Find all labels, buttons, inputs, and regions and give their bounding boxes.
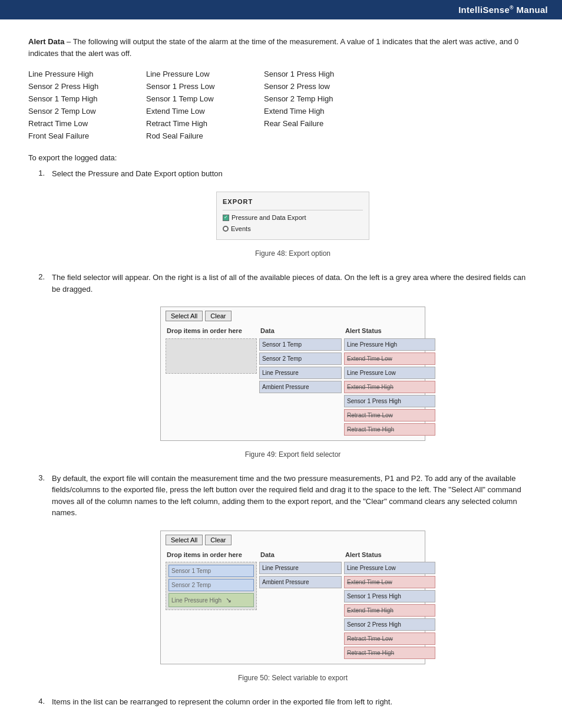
fs-columns: Drop items in order here Data Sensor 1 T… <box>166 326 420 436</box>
fs-topbar: Select All Clear <box>166 311 420 321</box>
alert-item: Rear Seal Failure <box>264 118 382 129</box>
alert-item: Sensor 2 Press High <box>28 81 146 92</box>
data-item[interactable]: Line Pressure <box>259 562 342 574</box>
select-all-button-50[interactable]: Select All <box>166 535 203 545</box>
data-item[interactable]: Sensor 1 Temp <box>259 338 342 351</box>
step-content: Select the Pressure and Date Export opti… <box>52 168 534 261</box>
step-1: 1. Select the Pressure and Date Export o… <box>28 168 534 261</box>
step-text: Items in the list can be rearranged to r… <box>52 697 392 706</box>
dropped-item[interactable]: Sensor 1 Temp <box>168 565 254 577</box>
dragging-item-label: Line Pressure High <box>171 597 222 604</box>
drag-cursor-icon: ↘ <box>226 595 232 605</box>
main-content: Alert Data – The following will output t… <box>0 19 562 728</box>
alert-item: Sensor 1 Press High <box>264 68 382 80</box>
fig49-caption: Figure 49: Export field selector <box>245 449 341 460</box>
alert-item-striked[interactable]: Extend Time Low <box>344 576 435 588</box>
alert-item-striked[interactable]: Extend Time High <box>344 381 435 393</box>
figure-48-box: EXPORT Pressure and Data Export Events <box>216 192 369 241</box>
steps-list: 1. Select the Pressure and Date Export o… <box>28 168 534 708</box>
step-number: 4. <box>28 696 45 706</box>
step-text: Select the Pressure and Date Export opti… <box>52 169 223 178</box>
data-items: Sensor 1 Temp Sensor 2 Temp Line Pressur… <box>259 338 342 393</box>
fig48-option2-label: Events <box>231 224 251 234</box>
alert-items-grid: Line Pressure High Line Pressure Low Sen… <box>28 68 534 141</box>
data-column-50: Data Line Pressure Ambient Pressure <box>259 550 342 660</box>
alert-item: Retract Time High <box>146 118 264 129</box>
alert-column: Alert Status Line Pressure High Extend T… <box>344 326 435 436</box>
step-4: 4. Items in the list can be rearranged t… <box>28 696 534 708</box>
alert-item: Sensor 1 Press Low <box>146 81 264 92</box>
alert-item: Front Seal Failure <box>28 130 146 141</box>
alert-item-striked[interactable]: Retract Time High <box>344 647 435 659</box>
export-intro: To export the logged data: <box>28 153 534 162</box>
data-item[interactable]: Ambient Pressure <box>259 576 342 588</box>
alert-data-description: – The following will output the state of… <box>28 37 518 58</box>
fig48-option1-label: Pressure and Data Export <box>232 213 306 223</box>
fig48-options: Pressure and Data Export Events <box>223 213 363 233</box>
step-text: The field selector will appear. On the r… <box>52 273 525 294</box>
figure-49-box: Select All Clear Drop items in order her… <box>160 307 425 441</box>
data-header-50: Data <box>259 550 342 560</box>
alert-item: Sensor 2 Temp Low <box>28 106 146 117</box>
select-all-button[interactable]: Select All <box>166 311 203 321</box>
step-2: 2. The field selector will appear. On th… <box>28 272 534 462</box>
alert-item-striked[interactable]: Extend Time High <box>344 604 435 617</box>
step-number: 2. <box>28 272 45 281</box>
alert-item-striked[interactable]: Retract Time High <box>344 423 435 436</box>
alert-item[interactable]: Sensor 2 Press High <box>344 618 435 631</box>
drop-header-50: Drop items in order here <box>166 550 257 560</box>
drop-column-50: Drop items in order here Sensor 1 Temp S… <box>166 550 257 660</box>
drop-header: Drop items in order here <box>166 326 257 336</box>
radio-events[interactable] <box>223 226 229 232</box>
data-item[interactable]: Sensor 2 Temp <box>259 353 342 365</box>
alert-item[interactable]: Sensor 1 Press High <box>344 395 435 407</box>
alert-item-striked[interactable]: Retract Time Low <box>344 633 435 645</box>
drop-column: Drop items in order here <box>166 326 257 436</box>
step-number: 3. <box>28 473 45 482</box>
alert-item: Line Pressure High <box>28 68 146 80</box>
drop-area-50[interactable]: Sensor 1 Temp Sensor 2 Temp Line Pressur… <box>166 562 257 610</box>
clear-button[interactable]: Clear <box>205 311 231 321</box>
alert-data-label: Alert Data <box>28 37 64 46</box>
step-number: 1. <box>28 168 45 177</box>
fs-topbar-50: Select All Clear <box>166 535 420 545</box>
fs-columns-50: Drop items in order here Sensor 1 Temp S… <box>166 550 420 660</box>
dropped-item[interactable]: Sensor 2 Temp <box>168 579 254 591</box>
alert-item-striked[interactable]: Retract Time Low <box>344 409 435 421</box>
alert-item-striked[interactable]: Extend Time Low <box>344 353 435 365</box>
alert-header: Alert Status <box>344 326 435 336</box>
step-3: 3. By default, the export file will cont… <box>28 473 534 686</box>
alert-item: Retract Time Low <box>28 118 146 129</box>
dragging-item[interactable]: Line Pressure High ↘ <box>168 593 254 607</box>
alert-item[interactable]: Line Pressure High <box>344 338 435 351</box>
step-text: By default, the export file will contain… <box>52 474 521 518</box>
checkbox-pressure-export[interactable] <box>223 215 229 221</box>
alert-item: Rod Seal Failure <box>146 130 264 141</box>
page-header: IntelliSense® Manual <box>0 0 562 19</box>
alert-data-intro: Alert Data – The following will output t… <box>28 36 534 59</box>
alert-item[interactable]: Line Pressure Low <box>344 367 435 379</box>
step-content: The field selector will appear. On the r… <box>52 272 534 462</box>
step-content: By default, the export file will contain… <box>52 473 534 686</box>
alert-header-50: Alert Status <box>344 550 435 560</box>
clear-button-50[interactable]: Clear <box>205 535 231 545</box>
alert-item: Line Pressure Low <box>146 68 264 80</box>
fig48-option2: Events <box>223 224 363 234</box>
alert-items: Line Pressure High Extend Time Low Line … <box>344 338 435 436</box>
alert-item: Sensor 2 Press low <box>264 81 382 92</box>
alert-item: Extend Time Low <box>146 106 264 117</box>
fig48-option1: Pressure and Data Export <box>223 213 363 223</box>
fig48-caption: Figure 48: Export option <box>255 248 330 259</box>
alert-item[interactable]: Sensor 1 Press High <box>344 590 435 602</box>
data-item[interactable]: Line Pressure <box>259 367 342 379</box>
alert-item: Sensor 1 Temp Low <box>146 93 264 104</box>
data-column: Data Sensor 1 Temp Sensor 2 Temp Line Pr… <box>259 326 342 436</box>
data-item[interactable]: Ambient Pressure <box>259 381 342 393</box>
alert-item[interactable]: Line Pressure Low <box>344 562 435 574</box>
data-header: Data <box>259 326 342 336</box>
fig48-export-label: EXPORT <box>223 197 363 207</box>
step-content: Items in the list can be rearranged to r… <box>52 696 534 708</box>
figure-50-box: Select All Clear Drop items in order her… <box>160 531 425 665</box>
data-items-50: Line Pressure Ambient Pressure <box>259 562 342 588</box>
drop-area[interactable] <box>166 338 257 374</box>
